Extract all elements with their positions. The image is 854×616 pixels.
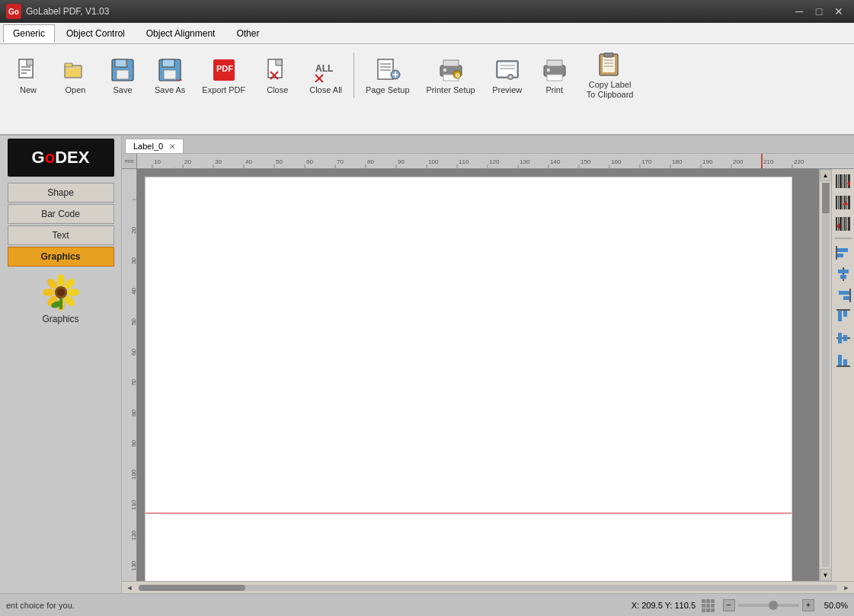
ruler-v-svg: 10 [122,169,137,581]
svg-rect-168 [837,248,848,252]
print-label: Print [545,85,563,95]
close-button[interactable]: Close [255,53,299,99]
svg-rect-11 [126,60,128,65]
menu-tab-other[interactable]: Other [226,24,269,42]
align-left-tool[interactable] [834,244,852,262]
sidebar-item-graphics[interactable]: Graphics [8,247,114,267]
barcode-tool-3-icon [835,215,852,232]
status-right: X: 209.5 Y: 110.5 − + 50.0% [632,599,848,611]
svg-rect-33 [443,69,446,72]
close-all-button[interactable]: ALL Close All [302,53,349,99]
svg-text:130: 130 [130,560,137,571]
svg-text:210: 210 [763,158,774,165]
status-bar: ent choice for you. X: 209.5 Y: 110.5 − … [0,593,854,616]
menu-tab-generic[interactable]: Generic [3,24,55,43]
svg-rect-162 [843,217,843,231]
new-label: New [20,85,37,95]
scroll-left-button[interactable]: ◄ [123,582,136,594]
svg-point-43 [509,75,512,78]
scroll-down-button[interactable]: ▼ [820,569,832,581]
menu-tab-object-alignment[interactable]: Object Alignment [136,24,225,42]
restore-button[interactable]: □ [810,4,828,19]
svg-rect-183 [838,355,842,365]
preview-button[interactable]: Preview [485,53,529,99]
svg-rect-151 [836,196,837,209]
minimize-button[interactable]: ─ [790,4,808,19]
svg-text:160: 160 [611,158,622,165]
sidebar-item-barcode[interactable]: Bar Code [8,204,114,224]
zoom-out-button[interactable]: − [723,599,735,611]
svg-rect-1 [27,59,33,65]
svg-text:120: 120 [489,158,500,165]
svg-rect-39 [498,62,517,76]
align-center-h-tool[interactable] [834,265,852,283]
open-button[interactable]: Open [53,53,98,99]
svg-rect-174 [839,291,849,295]
svg-rect-153 [840,196,842,209]
svg-text:80: 80 [367,158,374,165]
menu-bar: Generic Object Control Object Alignment … [0,23,854,44]
menu-tab-object-control[interactable]: Object Control [56,24,135,42]
save-as-label: Save As [155,85,185,95]
align-right-tool[interactable] [834,286,852,305]
svg-text:30: 30 [215,158,222,165]
right-tool-2[interactable] [834,193,852,212]
svg-text:ALL: ALL [315,63,333,74]
export-pdf-label: Export PDF [202,85,245,95]
align-bottom-tool[interactable] [834,350,852,369]
scroll-right-button[interactable]: ► [840,582,852,594]
title-bar: Go GoLabel PDF, V1.03 ─ □ ✕ [0,0,854,23]
svg-text:200: 200 [733,158,744,165]
sidebar-item-text[interactable]: Text [8,225,114,245]
label-canvas[interactable] [145,177,792,581]
svg-text:130: 130 [520,158,530,165]
logo-text: GoDEX [32,148,90,168]
close-all-label: Close All [309,85,342,95]
align-center-h-icon [835,266,852,282]
align-center-v-tool[interactable] [834,329,852,347]
window-close-button[interactable]: ✕ [830,4,848,19]
horizontal-scrollbar[interactable]: ◄ ► [122,581,854,593]
printer-setup-button[interactable]: ⚙ Printer Setup [420,53,482,99]
open-icon [60,56,91,84]
svg-text:20: 20 [130,227,137,234]
print-button[interactable]: Print [533,53,577,99]
grid-icon[interactable] [702,599,717,611]
ruler-horizontal: 10 20 30 40 50 60 [137,154,854,169]
export-pdf-button[interactable]: PDF Export PDF [195,53,252,99]
document-tab[interactable]: Label_0 ✕ [125,139,184,153]
save-label: Save [113,85,132,95]
sidebar-item-shape[interactable]: Shape [8,183,114,203]
title-bar-controls: ─ □ ✕ [790,4,848,19]
v-scroll-track [822,183,830,567]
align-top-tool[interactable] [834,308,852,326]
save-as-button[interactable]: ... Save As [148,53,192,99]
page-setup-icon [373,56,403,84]
right-tool-3[interactable] [834,215,852,233]
ruler-unit: mm [125,158,134,164]
zoom-in-button[interactable]: + [802,599,814,611]
scroll-up-button[interactable]: ▲ [820,169,832,181]
svg-rect-152 [838,196,839,209]
svg-text:140: 140 [550,158,561,165]
doc-tab-close[interactable]: ✕ [169,142,175,151]
h-scroll-track [139,585,837,591]
page-setup-button[interactable]: Page Setup [359,53,417,99]
svg-text:20: 20 [184,158,191,165]
save-icon [107,56,138,84]
svg-rect-145 [840,174,842,188]
h-scroll-thumb[interactable] [139,585,245,591]
vertical-scrollbar[interactable]: ▲ ▼ [819,169,831,581]
v-scroll-thumb[interactable] [822,183,830,213]
sidebar-graphics-icon-area[interactable]: Graphics [8,268,114,330]
canvas-scroll-area[interactable] [137,169,819,581]
save-button[interactable]: Save [101,53,145,99]
right-tool-1[interactable] [834,172,852,190]
zoom-slider[interactable] [738,604,799,607]
svg-text:120: 120 [130,530,137,541]
copy-label-button[interactable]: Copy LabelTo Clipboard [580,47,641,104]
printer-setup-label: Printer Setup [427,85,475,95]
new-button[interactable]: New [6,53,50,99]
zoom-thumb[interactable] [769,601,778,610]
svg-rect-159 [836,217,837,231]
